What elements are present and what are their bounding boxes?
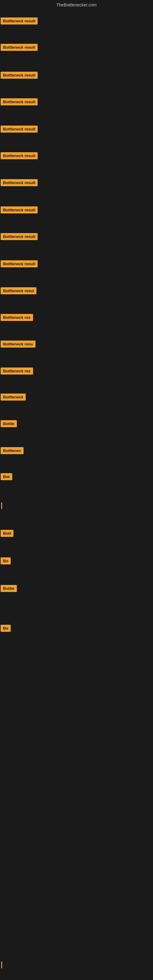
bottleneck-badge-4[interactable]: Bottleneck result bbox=[1, 98, 38, 105]
badge-container-9: Bottleneck result bbox=[1, 233, 38, 241]
badge-container-16: Bottle bbox=[1, 420, 17, 428]
site-title: TheBottlenecker.com bbox=[0, 0, 153, 10]
bottleneck-badge-1[interactable]: Bottleneck result bbox=[1, 18, 38, 24]
bottleneck-badge-3[interactable]: Bottleneck result bbox=[1, 72, 38, 79]
bottleneck-badge-17[interactable]: Bottlenec bbox=[1, 447, 24, 454]
badge-container-18: Bot bbox=[1, 473, 12, 481]
bottleneck-badge-7[interactable]: Bottleneck result bbox=[1, 179, 38, 186]
badge-container-14: Bottleneck res bbox=[1, 368, 33, 376]
badge-container-11: Bottleneck resul bbox=[1, 287, 37, 296]
badge-container-2: Bottleneck result bbox=[1, 44, 38, 52]
badge-container-22: Bottle bbox=[1, 585, 17, 593]
badge-container-17: Bottlenec bbox=[1, 447, 24, 455]
badge-container-5: Bottleneck result bbox=[1, 126, 38, 134]
badge-container-21: Bo bbox=[1, 557, 11, 566]
badge-container-10: Bottleneck result bbox=[1, 260, 38, 269]
bottleneck-badge-11[interactable]: Bottleneck resul bbox=[1, 287, 37, 294]
badge-container-1: Bottleneck result bbox=[1, 18, 38, 26]
bottleneck-badge-9[interactable]: Bottleneck result bbox=[1, 233, 38, 240]
badge-container-8: Bottleneck result bbox=[1, 207, 38, 215]
badge-container-12: Bottleneck res bbox=[1, 314, 33, 322]
badge-container-4: Bottleneck result bbox=[1, 98, 38, 107]
bottleneck-badge-2[interactable]: Bottleneck result bbox=[1, 44, 38, 51]
badge-container-20: Bott bbox=[1, 530, 13, 538]
bottleneck-badge-15[interactable]: Bottleneck bbox=[1, 393, 26, 401]
bottleneck-badge-14[interactable]: Bottleneck res bbox=[1, 368, 33, 375]
badge-container-15: Bottleneck bbox=[1, 393, 26, 402]
bottleneck-badge-16[interactable]: Bottle bbox=[1, 420, 17, 427]
bottleneck-line-19 bbox=[1, 502, 2, 509]
bottleneck-badge-13[interactable]: Bottleneck resu bbox=[1, 340, 35, 348]
bottleneck-badge-20[interactable]: Bott bbox=[1, 530, 13, 537]
badge-container-23: Bo bbox=[1, 625, 11, 633]
badge-container-6: Bottleneck result bbox=[1, 152, 38, 161]
bottleneck-line-24 bbox=[1, 962, 2, 968]
bottleneck-badge-18[interactable]: Bot bbox=[1, 473, 12, 480]
bottleneck-badge-10[interactable]: Bottleneck result bbox=[1, 260, 38, 267]
badge-container-7: Bottleneck result bbox=[1, 179, 38, 188]
bottleneck-badge-23[interactable]: Bo bbox=[1, 625, 11, 632]
bottleneck-badge-22[interactable]: Bottle bbox=[1, 585, 17, 592]
bottleneck-badge-5[interactable]: Bottleneck result bbox=[1, 126, 38, 133]
bottleneck-badge-21[interactable]: Bo bbox=[1, 557, 11, 565]
bottleneck-badge-8[interactable]: Bottleneck result bbox=[1, 207, 38, 213]
badge-container-13: Bottleneck resu bbox=[1, 340, 35, 349]
badge-container-3: Bottleneck result bbox=[1, 72, 38, 80]
bottleneck-badge-6[interactable]: Bottleneck result bbox=[1, 152, 38, 159]
bottleneck-badge-12[interactable]: Bottleneck res bbox=[1, 314, 33, 321]
